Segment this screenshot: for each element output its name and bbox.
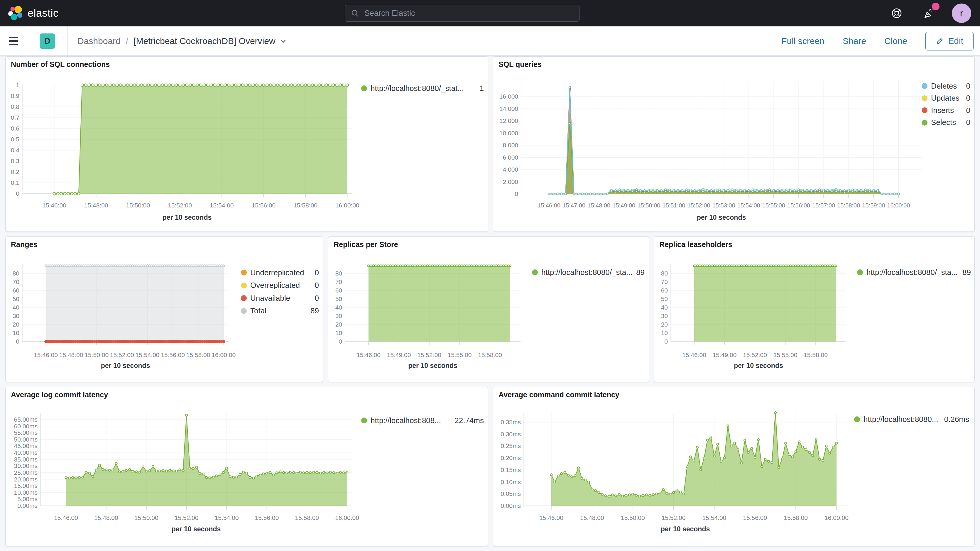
svg-text:80: 80 [13,270,19,277]
legend-item-http-localhost-8080-[interactable]: http://localhost:8080...0.26ms [854,413,969,425]
svg-text:15:50:00: 15:50:00 [621,514,645,521]
svg-text:15:49:00: 15:49:00 [612,202,635,209]
chart-avg-command-commit-latency[interactable]: 0.00ms0.05ms0.10ms0.15ms0.20ms0.25ms0.30… [493,387,974,546]
breadcrumb-current[interactable]: [Metricbeat CockroachDB] Overview [134,36,287,46]
legend-swatch [922,107,928,113]
legend-swatch [361,85,367,91]
legend-swatch [241,295,247,301]
panel-title[interactable]: SQL queries [498,60,542,68]
svg-text:per 10 seconds: per 10 seconds [172,525,221,533]
svg-text:0.1: 0.1 [11,179,19,186]
share-button[interactable]: Share [843,36,866,46]
svg-text:15:54:00: 15:54:00 [737,202,760,209]
svg-text:25.00ms: 25.00ms [14,469,38,476]
svg-text:70: 70 [661,279,668,285]
legend-value: 89 [310,306,319,315]
svg-text:15:55:00: 15:55:00 [448,352,472,358]
avatar-initial: r [960,8,963,19]
svg-text:15.00ms: 15.00ms [14,483,38,489]
legend-label: Overreplicated [250,281,311,290]
space-badge-letter: D [44,37,50,46]
chart-replicas-per-store[interactable]: 0102030405060708015:46:0015:49:0015:52:0… [328,237,649,382]
svg-text:15:52:00: 15:52:00 [662,514,686,521]
svg-text:15:53:00: 15:53:00 [713,202,735,209]
svg-text:6,000: 6,000 [503,154,518,161]
svg-text:80: 80 [336,270,342,277]
svg-text:8,000: 8,000 [503,142,518,148]
svg-text:15:47:00: 15:47:00 [563,202,585,209]
global-search[interactable] [345,5,579,22]
svg-text:10: 10 [13,330,19,336]
breadcrumb-dashboard[interactable]: Dashboard [78,36,121,46]
lifebuoy-icon [891,7,902,19]
panel-title[interactable]: Average log commit latency [11,390,108,399]
svg-text:15:50:00: 15:50:00 [134,514,158,521]
svg-text:15:58:00: 15:58:00 [837,202,860,209]
svg-text:15:57:00: 15:57:00 [812,202,835,209]
help-button[interactable] [887,4,906,22]
space-switcher[interactable]: D [40,33,55,49]
user-avatar[interactable]: r [952,3,971,23]
svg-text:15:52:00: 15:52:00 [417,352,441,358]
svg-text:20: 20 [336,321,342,328]
legend-item-inserts[interactable]: Inserts0 [922,104,970,116]
legend-value: 0 [966,118,970,127]
legend-item-deletes[interactable]: Deletes0 [922,80,970,92]
elastic-logo[interactable]: elastic [8,6,72,21]
chart-avg-log-commit-latency[interactable]: 0.00ms5.00ms10.00ms15.00ms20.00ms25.00ms… [6,387,488,546]
svg-text:15:55:00: 15:55:00 [762,202,785,209]
svg-text:15:54:00: 15:54:00 [210,202,234,209]
svg-text:15:58:00: 15:58:00 [784,514,808,521]
panel-title[interactable]: Replicas per Store [334,240,398,249]
svg-text:15:58:00: 15:58:00 [186,352,210,358]
svg-text:15:54:00: 15:54:00 [215,514,239,521]
search-input[interactable] [364,8,573,18]
panel-ranges: Ranges 0102030405060708015:46:0015:48:00… [5,236,323,382]
svg-text:60.00ms: 60.00ms [14,423,38,430]
legend-item-http-localhost-8080-sta-[interactable]: http://localhost:8080/_sta...89 [857,266,971,279]
panel-title[interactable]: Average command commit latency [498,390,619,399]
svg-text:0.00ms: 0.00ms [501,502,521,509]
legend-item-underreplicated[interactable]: Underreplicated0 [241,266,319,279]
chart-replica-leaseholders[interactable]: 0102030405060708015:46:0015:49:0015:52:0… [654,237,974,382]
legend-item-selects[interactable]: Selects0 [922,116,970,129]
elastic-logo-icon [8,6,23,21]
svg-text:0: 0 [16,190,19,197]
svg-text:0: 0 [515,190,518,197]
svg-text:40: 40 [336,304,342,311]
chart-sql-queries[interactable]: 02,0004,0006,0008,00010,00012,00014,0001… [493,57,974,231]
svg-text:60: 60 [661,287,668,294]
legend-item-unavailable[interactable]: Unavailable0 [241,292,319,304]
svg-text:0.7: 0.7 [11,114,19,121]
legend-item-updates[interactable]: Updates0 [922,92,970,104]
newsfeed-button[interactable] [920,4,938,22]
svg-text:15:56:00: 15:56:00 [743,514,767,521]
legend-item-total[interactable]: Total89 [241,305,319,317]
clone-button[interactable]: Clone [885,36,907,46]
legend-swatch [532,269,538,275]
svg-text:70: 70 [336,279,342,285]
svg-text:0.4: 0.4 [11,147,20,153]
legend-item-http-localhost-808-[interactable]: http://localhost:808...22.74ms [361,414,484,427]
edit-button[interactable]: Edit [926,32,974,51]
panel-sql-connections: Number of SQL connections 00.10.20.30.40… [5,56,488,232]
menu-button[interactable] [0,26,27,56]
legend-value: 89 [636,268,644,277]
legend-item-http-localhost-8080-stat-[interactable]: http://localhost:8080/_stat...1 [361,82,484,94]
svg-text:15:52:00: 15:52:00 [687,202,710,209]
svg-text:16:00:00: 16:00:00 [212,352,235,358]
legend-item-overreplicated[interactable]: Overreplicated0 [241,279,319,291]
svg-text:15:46:00: 15:46:00 [42,202,66,209]
legend-item-http-localhost-8080-sta-[interactable]: http://localhost:8080/_sta...89 [532,266,644,279]
breadcrumb-bar: D Dashboard / [Metricbeat CockroachDB] O… [0,26,980,56]
legend-label: Total [250,306,307,315]
panel-title[interactable]: Number of SQL connections [11,60,110,68]
search-icon [351,9,359,17]
panel-title[interactable]: Ranges [11,240,37,249]
panel-replica-leaseholders: Replica leaseholders 0102030405060708015… [654,236,975,382]
svg-text:15:59:00: 15:59:00 [862,202,885,209]
full-screen-button[interactable]: Full screen [781,36,824,46]
svg-text:10.00ms: 10.00ms [14,489,38,496]
legend-value: 1 [480,84,484,93]
panel-title[interactable]: Replica leaseholders [659,240,732,249]
